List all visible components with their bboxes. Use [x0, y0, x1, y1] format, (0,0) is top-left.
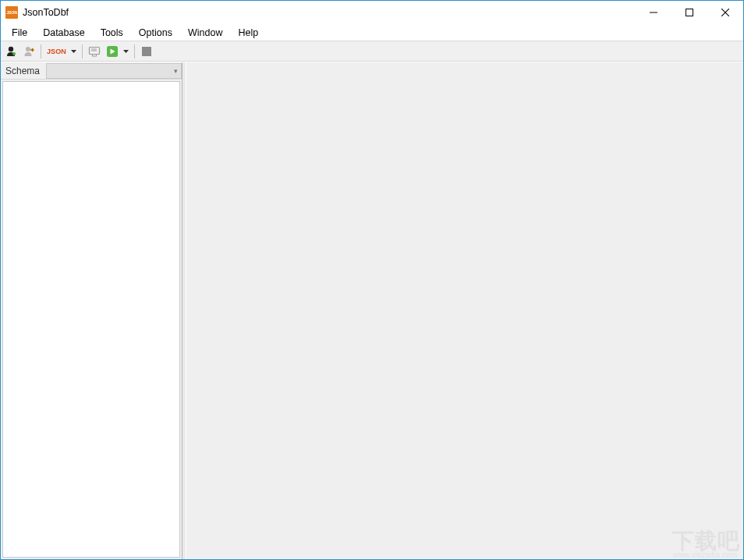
menu-file[interactable]: File: [4, 26, 35, 40]
logoff-button[interactable]: [21, 44, 37, 59]
window-title: JsonToDbf: [23, 7, 69, 18]
chevron-down-icon: ▾: [174, 67, 178, 75]
schema-label: Schema: [1, 66, 46, 76]
titlebar: JSON JsonToDbf: [1, 1, 743, 24]
menu-tools[interactable]: Tools: [93, 26, 131, 40]
menu-window[interactable]: Window: [180, 26, 230, 40]
window-controls: [636, 1, 743, 24]
menubar: File Database Tools Options Window Help: [1, 24, 743, 41]
toolbar-separator: [41, 44, 41, 58]
connect-button[interactable]: [3, 44, 19, 59]
close-button[interactable]: [707, 1, 743, 24]
execute-dropdown-arrow[interactable]: [122, 50, 130, 53]
svg-rect-1: [686, 9, 693, 16]
json-import-button[interactable]: JSON: [45, 44, 68, 59]
query-button[interactable]: [87, 44, 102, 59]
stop-button[interactable]: [139, 44, 154, 59]
workarea: Schema ▾ 下载吧 www.xiazaiba.com: [1, 62, 743, 559]
minimize-button[interactable]: [636, 1, 671, 24]
menu-help[interactable]: Help: [230, 26, 266, 40]
toolbar-separator: [134, 44, 135, 58]
maximize-button[interactable]: [671, 1, 707, 24]
svg-point-4: [9, 46, 13, 51]
menu-database[interactable]: Database: [35, 26, 93, 40]
svg-point-6: [26, 47, 30, 51]
main-panel: 下载吧 www.xiazaiba.com: [186, 62, 743, 559]
toolbar-separator: [82, 44, 83, 58]
svg-point-5: [12, 52, 16, 55]
stop-icon: [142, 47, 151, 56]
json-label: JSON: [47, 48, 66, 55]
app-icon: JSON: [5, 6, 18, 19]
execute-button[interactable]: [105, 44, 120, 59]
watermark-subtext: www.xiazaiba.com: [673, 551, 737, 559]
schema-select[interactable]: ▾: [46, 63, 182, 79]
schema-row: Schema ▾: [1, 62, 182, 80]
sidebar: Schema ▾: [1, 62, 182, 559]
json-dropdown-arrow[interactable]: [70, 50, 78, 53]
menu-options[interactable]: Options: [131, 26, 180, 40]
schema-tree-panel[interactable]: [2, 81, 180, 558]
toolbar: JSON: [1, 41, 743, 62]
